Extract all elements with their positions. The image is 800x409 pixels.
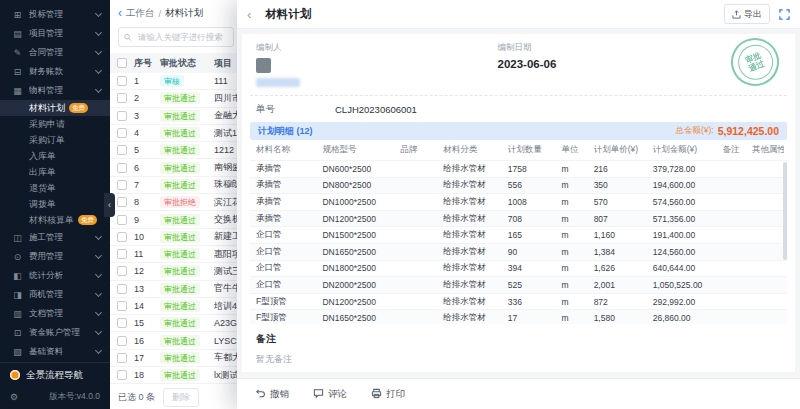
sidebar-item-finance-mgmt[interactable]: ⊟财务账款	[0, 62, 110, 81]
print-button[interactable]: 打印	[371, 388, 405, 401]
material-row[interactable]: 承插管DN800*2500给排水管材556m350194,600.00	[250, 177, 787, 194]
material-cell: 给排水管材	[443, 213, 507, 225]
row-index: 2	[134, 93, 160, 103]
sidebar-subitem-return-order[interactable]: 退货单	[0, 180, 110, 196]
row-checkbox[interactable]	[117, 163, 127, 173]
sidebar-subitem-material-plan[interactable]: 材料计划免费	[0, 100, 110, 116]
action-label: 评论	[328, 388, 347, 401]
row-checkbox[interactable]	[117, 284, 127, 294]
row-checkbox[interactable]	[117, 301, 127, 311]
sidebar-menu: ⊞投标管理▤项目管理✎合同管理⊟财务账款▦物料管理材料计划免费采购申请采购订单入…	[0, 0, 110, 362]
sidebar-subitem-inbound-order[interactable]: 入库单	[0, 148, 110, 164]
row-checkbox[interactable]	[117, 336, 127, 346]
row-checkbox[interactable]	[117, 370, 127, 380]
material-row[interactable]: 承插管DN600*2500给排水管材1758m216379,728.00	[250, 160, 787, 177]
undo-button[interactable]: 撤销	[255, 388, 289, 401]
material-row[interactable]: 企口管DN1650*2500给排水管材90m1,384124,560.00	[250, 243, 787, 260]
sidebar-item-project-mgmt[interactable]: ▤项目管理	[0, 24, 110, 43]
row-checkbox[interactable]	[117, 249, 127, 259]
row-checkbox[interactable]	[117, 145, 127, 155]
sidebar-subitem-purchase-order[interactable]: 采购订单	[0, 132, 110, 148]
row-checkbox[interactable]	[117, 93, 127, 103]
material-row[interactable]: F型顶管DN1200*2500给排水管材336m872292,992.00	[250, 293, 787, 310]
sidebar-collapse-handle[interactable]: ‹	[104, 193, 115, 217]
sidebar-item-material-mgmt[interactable]: ▦物料管理	[0, 81, 110, 100]
select-all-checkbox[interactable]	[117, 58, 127, 68]
material-cell: 1,626	[594, 263, 653, 273]
export-button[interactable]: 导出	[724, 4, 770, 24]
row-checkbox[interactable]	[117, 266, 127, 276]
material-column-header: 材料名称	[250, 144, 322, 156]
material-row[interactable]: 承插管DN1200*2500给排水管材708m807571,356.00	[250, 210, 787, 227]
sidebar-item-fund-account-mgmt[interactable]: ⊡资金账户管理	[0, 323, 110, 342]
back-chevron-icon[interactable]: ‹	[118, 8, 122, 18]
chevron-down-icon	[95, 328, 102, 335]
undo-icon	[255, 388, 266, 401]
row-checkbox[interactable]	[117, 128, 127, 138]
material-row[interactable]: 企口管DN1500*2500给排水管材165m1,160191,400.00	[250, 226, 787, 243]
table-scrollbar[interactable]	[783, 162, 787, 260]
material-cell: 394	[508, 263, 562, 273]
row-checkbox[interactable]	[117, 353, 127, 363]
material-cell: 1,580	[594, 313, 653, 323]
chevron-down-icon	[95, 29, 102, 36]
sidebar-item-construction-mgmt[interactable]: ◫施工管理	[0, 228, 110, 247]
drawer-collapse-icon[interactable]: ‹	[247, 7, 251, 22]
row-index: 17	[134, 353, 160, 363]
chevron-down-icon	[95, 309, 102, 316]
material-cell: 给排水管材	[443, 179, 507, 191]
sidebar-subitem-outbound-order[interactable]: 出库单	[0, 164, 110, 180]
material-column-header: 材料分类	[443, 144, 507, 156]
row-checkbox[interactable]	[117, 111, 127, 121]
material-cell: DN1650*2500	[322, 313, 400, 323]
sidebar-item-label: 合同管理	[29, 47, 96, 59]
sidebar-item-base-data[interactable]: ▧基础资料	[0, 342, 110, 361]
row-checkbox[interactable]	[117, 76, 127, 86]
sidebar-subitem-material-accounting[interactable]: 材料核算单免费	[0, 212, 110, 228]
material-row[interactable]: 企口管DN1800*2500给排水管材394m1,626640,644.00	[250, 260, 787, 277]
status-badge: 审批通过	[160, 300, 200, 312]
chevron-down-icon	[95, 347, 102, 354]
sidebar-subitem-purchase-request[interactable]: 采购申请	[0, 116, 110, 132]
total-amount-value: 5,912,425.00	[718, 125, 779, 137]
sidebar-item-opportunity-mgmt[interactable]: ◨商机管理	[0, 285, 110, 304]
total-amount-label: 总金额(¥):	[675, 125, 713, 137]
settings-gear-icon[interactable]: ⚙	[10, 392, 18, 402]
remark-section: 备注 暂无备注	[242, 324, 795, 372]
delete-button[interactable]: 删除	[163, 388, 199, 407]
row-checkbox[interactable]	[117, 197, 127, 207]
comment-button[interactable]: 评论	[313, 388, 347, 401]
material-cell: 292,992.00	[653, 297, 723, 307]
material-column-header: 计划数量	[508, 144, 562, 156]
status-badge: 审批通过	[160, 231, 200, 243]
breadcrumb-root[interactable]: 工作台	[126, 7, 155, 20]
material-cell: 1,384	[594, 247, 653, 257]
row-checkbox[interactable]	[117, 215, 127, 225]
fullscreen-icon[interactable]	[779, 9, 790, 20]
row-checkbox[interactable]	[117, 232, 127, 242]
material-row[interactable]: 企口管DN2000*2500给排水管材525m2,0011,050,525.00	[250, 276, 787, 293]
material-row[interactable]: F型顶管DN1650*2500给排水管材17m1,58026,860.00	[250, 309, 787, 324]
flow-nav-button[interactable]: 全景流程导航	[0, 362, 110, 387]
sidebar-item-bid-mgmt[interactable]: ⊞投标管理	[0, 5, 110, 24]
approval-stamp: 审批通过	[724, 31, 786, 93]
material-cell: 191,400.00	[653, 230, 723, 240]
sidebar-subitem-transfer-order[interactable]: 调拨单	[0, 196, 110, 212]
status-badge: 审批通过	[160, 369, 200, 381]
sidebar-item-expense-mgmt[interactable]: ⊙费用管理	[0, 247, 110, 266]
material-cell: 640,644.00	[653, 263, 723, 273]
flow-nav-icon	[10, 370, 20, 380]
row-checkbox[interactable]	[117, 318, 127, 328]
remark-value: 暂无备注	[256, 353, 781, 366]
sidebar-item-statistics[interactable]: ◧统计分析	[0, 266, 110, 285]
sidebar-item-contract-mgmt[interactable]: ✎合同管理	[0, 43, 110, 62]
material-cell: DN600*2500	[322, 164, 400, 174]
material-row[interactable]: 承插管DN1000*2500给排水管材1008m570574,560.00	[250, 193, 787, 210]
material-table-header: 材料名称规格型号品牌材料分类计划数量单位计划单价(¥)计划金额(¥)备注其他属性	[250, 140, 787, 160]
search-icon	[124, 33, 132, 42]
construction-icon: ◫	[11, 233, 24, 243]
row-index: 8	[134, 197, 160, 207]
search-input[interactable]	[136, 31, 228, 43]
row-checkbox[interactable]	[117, 180, 127, 190]
sidebar-item-document-mgmt[interactable]: ▥文档管理	[0, 304, 110, 323]
